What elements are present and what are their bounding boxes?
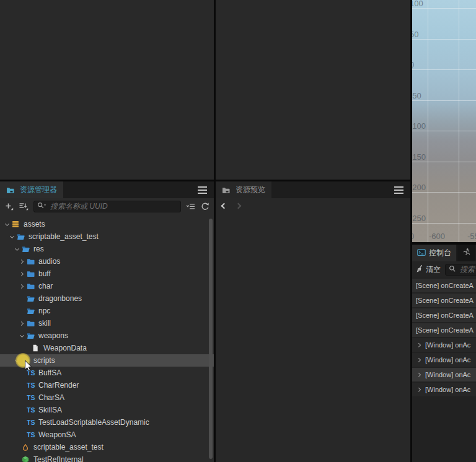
tree-item-label: CharRender: [38, 381, 79, 390]
tree-item-WeaponSA[interactable]: TSWeaponSA: [0, 429, 214, 441]
log-row[interactable]: [Window] onAc: [412, 338, 476, 352]
chevron-spacer: [14, 444, 20, 450]
y-axis-label: -200: [412, 183, 426, 192]
log-row[interactable]: [Scene] onCreateA: [412, 323, 476, 337]
tree-item-label: scriptable_asset_test: [29, 232, 99, 241]
tree-item-skill[interactable]: skill: [0, 317, 214, 329]
chevron-spacer: [19, 295, 25, 302]
log-row[interactable]: [Scene] onCreateA: [412, 294, 476, 307]
chevron-right-icon[interactable]: [19, 258, 25, 264]
log-expand-icon[interactable]: [417, 372, 423, 378]
tree-item-char[interactable]: char: [0, 280, 214, 292]
tree-item-weapons[interactable]: weapons: [0, 329, 214, 342]
tree-item-buff[interactable]: buff: [0, 268, 214, 280]
tree-item-SkillSA[interactable]: TSSkillSA: [0, 404, 214, 416]
tab-profiler[interactable]: [457, 245, 475, 261]
grid-line-vertical: [428, 0, 428, 242]
chevron-spacer: [19, 394, 25, 401]
chevron-right-icon[interactable]: [19, 320, 25, 326]
tree-item-label: WeaponData: [43, 344, 87, 352]
console-header: 控制台: [412, 245, 476, 261]
log-expand-icon[interactable]: [417, 342, 423, 348]
assets-search-input[interactable]: [49, 201, 177, 211]
log-row[interactable]: [Window] onAc: [412, 353, 476, 367]
add-asset-button[interactable]: [4, 202, 14, 211]
assets-scrollbar[interactable]: [209, 219, 213, 459]
layers-icon: [12, 220, 22, 228]
folder-tab-icon: [6, 186, 16, 194]
tree-item-label: BuffSA: [38, 368, 61, 377]
tree-item-TestRefInternal[interactable]: TestRefInternal: [0, 453, 214, 462]
tree-item-label: dragonbones: [38, 294, 82, 303]
log-text: [Window] onAc: [425, 386, 470, 393]
grid-line-horizontal: [412, 192, 476, 193]
folder-tab-icon: [222, 186, 232, 194]
clear-console-label: 清空: [426, 264, 441, 275]
grid-line-vertical: [459, 0, 459, 242]
tab-assets[interactable]: 资源管理器: [0, 181, 63, 198]
tab-console[interactable]: 控制台: [412, 245, 456, 261]
nav-back-icon[interactable]: [221, 203, 227, 209]
clear-console-button[interactable]: 清空: [415, 264, 441, 275]
svg-text:TS: TS: [27, 431, 35, 438]
tree-item-scripts[interactable]: scripts: [0, 354, 214, 367]
grid-line-horizontal: [412, 223, 476, 224]
tree-item-audios[interactable]: audios: [0, 255, 214, 268]
tree-item-WeaponData[interactable]: WeaponData: [0, 342, 214, 354]
y-axis-label: -50: [412, 91, 421, 100]
editor-root: 资源管理器 assetssc: [0, 0, 476, 462]
tree-item-CharRender[interactable]: TSCharRender: [0, 379, 214, 391]
preview-menu-icon[interactable]: [394, 190, 403, 191]
grid-line-horizontal: [412, 162, 476, 162]
grid-line-horizontal: [412, 100, 476, 101]
tree-item-label: SkillSA: [38, 406, 62, 414]
nav-forward-icon[interactable]: [236, 203, 242, 209]
chevron-spacer: [24, 345, 30, 351]
scene-view[interactable]: 100500-50-100-150-200-2500-600-550: [412, 0, 476, 242]
log-expand-icon[interactable]: [417, 387, 423, 393]
log-row[interactable]: [Window] onAc: [412, 368, 476, 381]
tree-item-label: audios: [38, 257, 60, 266]
chevron-down-icon[interactable]: [19, 333, 25, 339]
assets-menu-icon[interactable]: [198, 190, 207, 191]
folder-open-icon: [27, 307, 37, 315]
chevron-right-icon[interactable]: [19, 283, 25, 289]
grid-line-horizontal: [412, 39, 476, 40]
filter-list-icon[interactable]: [186, 203, 195, 211]
folder-icon: [27, 270, 37, 277]
tab-preview[interactable]: 资源预览: [216, 181, 271, 198]
tree-item-npc[interactable]: npc: [0, 305, 214, 317]
tree-item-dragonbones[interactable]: dragonbones: [0, 292, 214, 305]
console-search-input[interactable]: [459, 264, 476, 274]
terminal-icon: [417, 248, 426, 258]
y-axis-label: -250: [412, 214, 426, 223]
tree-item-TestLoadScriptableAssetDynamic[interactable]: TSTestLoadScriptableAssetDynamic: [0, 416, 214, 429]
assets-search-box: [33, 201, 181, 212]
log-expand-icon[interactable]: [417, 357, 423, 363]
svg-text:TS: TS: [27, 406, 35, 414]
chevron-right-icon[interactable]: [19, 271, 25, 277]
tree-item-res[interactable]: res: [0, 243, 214, 255]
log-row[interactable]: [Window] onAc: [412, 383, 476, 396]
log-row[interactable]: [Scene] onCreateA: [412, 279, 476, 292]
chevron-down-icon[interactable]: [4, 221, 10, 227]
chevron-spacer: [14, 456, 20, 462]
log-text: [Window] onAc: [425, 371, 470, 378]
refresh-icon[interactable]: [200, 202, 209, 211]
tree-item-CharSA[interactable]: TSCharSA: [0, 391, 214, 404]
assets-tab-label: 资源管理器: [20, 185, 57, 195]
chevron-down-icon[interactable]: [14, 246, 20, 252]
folder-open-icon: [27, 295, 37, 302]
asset-tree: assetsscriptable_asset_testresaudiosbuff…: [0, 214, 214, 462]
chevron-spacer: [19, 432, 25, 438]
grid-line-horizontal: [412, 69, 476, 70]
chevron-down-icon[interactable]: [9, 233, 15, 240]
log-text: [Window] onAc: [425, 356, 470, 364]
tree-item-scriptable_asset_test[interactable]: scriptable_asset_test: [0, 441, 214, 453]
tree-item-assets[interactable]: assets: [0, 218, 214, 230]
log-row[interactable]: [Scene] onCreateA: [412, 308, 476, 322]
runner-icon: [462, 248, 470, 259]
sort-assets-button[interactable]: [19, 202, 29, 211]
tree-item-label: buff: [38, 269, 51, 278]
tree-item-scriptable_asset_test[interactable]: scriptable_asset_test: [0, 230, 214, 243]
